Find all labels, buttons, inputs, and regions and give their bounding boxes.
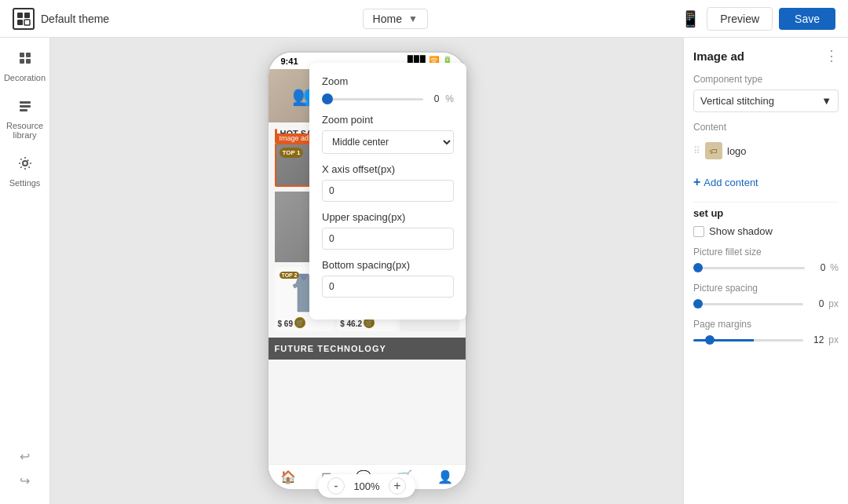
topbar-left: Default theme	[13, 8, 109, 30]
nav-user-icon[interactable]: 👤	[437, 469, 453, 484]
spacing-value: 0	[808, 298, 824, 309]
content-item-logo: ⠿ 🏷 logo	[693, 139, 839, 163]
image-ad-label: Image ad	[275, 133, 314, 143]
spacing-slider-row: 0 px	[693, 298, 839, 309]
svg-rect-7	[26, 59, 31, 64]
divider-1	[693, 202, 839, 203]
show-shadow-row: Show shadow	[693, 225, 839, 237]
svg-rect-0	[17, 13, 23, 18]
resource-label: Resource library	[6, 121, 44, 140]
svg-rect-6	[20, 59, 24, 64]
add-content-label: Add content	[704, 177, 758, 188]
nav-chevron-icon: ▼	[408, 13, 418, 24]
fillet-value: 0	[810, 262, 825, 273]
mobile-icon: 📱	[681, 9, 700, 28]
right-panel: Image ad ⋮ Component type Vertical stitc…	[683, 38, 848, 504]
svg-point-11	[23, 161, 27, 166]
sidebar-item-decoration[interactable]: Decoration	[3, 44, 47, 89]
decoration-icon	[17, 50, 33, 70]
canvas-area: 9:41 ▊▊▊ 🛜 🔋 👥 Click ▶ 🍊	[50, 38, 683, 504]
component-type-select[interactable]: Vertical stitching ▼	[693, 89, 839, 112]
zoom-bar: - 100% +	[318, 474, 415, 498]
nav-selector[interactable]: Home ▼	[363, 9, 428, 29]
zoom-slider[interactable]	[322, 98, 423, 100]
zoom-point-label: Zoom point	[322, 114, 454, 126]
fillet-label: Picture fillet size	[693, 247, 839, 257]
sidebar-bottom: ↩ ↪	[16, 446, 33, 498]
nav-label: Home	[373, 13, 402, 25]
add-icon: +	[693, 175, 700, 189]
spacing-unit: px	[828, 298, 839, 309]
drag-handle-icon[interactable]: ⠿	[693, 145, 700, 156]
app-title: Default theme	[41, 13, 109, 25]
margins-value: 12	[808, 334, 824, 345]
zoom-panel: Zoom 0 % Zoom point Middle center X axis…	[309, 63, 466, 320]
bottom-spacing-label: Bottom spacing(px)	[322, 259, 454, 271]
topbar: Default theme Home ▼ 📱 Preview Save	[0, 0, 848, 38]
redo-button[interactable]: ↪	[16, 470, 33, 491]
add-content-button[interactable]: + Add content	[693, 172, 839, 192]
show-shadow-checkbox[interactable]	[693, 226, 704, 237]
decoration-label: Decoration	[4, 73, 46, 82]
future-text: FUTURE TECHNOLOGY	[275, 344, 386, 353]
component-type-chevron: ▼	[821, 95, 832, 107]
zoom-unit: %	[445, 93, 454, 104]
zoom-percent: 100%	[351, 480, 382, 492]
zoom-point-select[interactable]: Middle center	[322, 130, 454, 154]
margins-unit: px	[828, 334, 839, 345]
fillet-slider-row: 0 %	[693, 262, 839, 273]
future-section: FUTURE TECHNOLOGY	[269, 338, 466, 360]
svg-rect-5	[26, 53, 31, 57]
zoom-label: Zoom	[322, 75, 454, 87]
fillet-unit: %	[830, 262, 839, 273]
panel-title: Image ad	[693, 49, 744, 63]
product-price-1: $ 69	[278, 320, 293, 328]
svg-rect-4	[20, 53, 24, 57]
x-offset-input[interactable]	[322, 180, 454, 202]
svg-rect-10	[20, 109, 27, 111]
main-layout: Decoration Resource library Settings ↩ ↪…	[0, 38, 848, 504]
bottom-spacing-input[interactable]	[322, 276, 454, 298]
x-offset-label: X axis offset(px)	[322, 163, 454, 175]
ad-top-badge: TOP 1	[280, 148, 304, 158]
preview-button[interactable]: Preview	[707, 7, 773, 31]
zoom-value: 0	[429, 93, 439, 104]
panel-more-icon[interactable]: ⋮	[824, 47, 839, 64]
page-margins-label: Page margins	[693, 319, 839, 330]
svg-rect-8	[20, 101, 31, 104]
resource-icon	[17, 98, 33, 118]
undo-button[interactable]: ↩	[16, 446, 33, 467]
content-section: Content ⠿ 🏷 logo	[693, 122, 839, 163]
component-type-label: Component type	[693, 74, 839, 85]
margins-slider[interactable]	[693, 339, 803, 341]
spacing-label: Picture spacing	[693, 283, 839, 294]
topbar-right: 📱 Preview Save	[681, 7, 835, 31]
sidebar-item-settings[interactable]: Settings	[3, 149, 47, 194]
settings-icon	[17, 155, 33, 175]
show-shadow-label: Show shadow	[709, 225, 773, 237]
spacing-slider[interactable]	[693, 303, 803, 305]
setup-label: set up	[693, 207, 839, 219]
svg-rect-3	[24, 20, 30, 25]
product-price-2: $ 46.2	[340, 320, 362, 328]
nav-home-icon[interactable]: 🏠	[280, 469, 296, 484]
content-label: Content	[693, 122, 839, 133]
svg-rect-1	[24, 13, 30, 18]
zoom-row: 0 %	[322, 93, 454, 104]
panel-header: Image ad ⋮	[693, 47, 839, 64]
component-type-value: Vertical stitching	[700, 95, 774, 107]
zoom-plus-button[interactable]: +	[389, 477, 406, 495]
svg-rect-2	[17, 20, 23, 25]
app-logo	[13, 8, 35, 30]
sidebar-item-resource[interactable]: Resource library	[3, 92, 47, 146]
status-time: 9:41	[281, 57, 298, 66]
upper-spacing-input[interactable]	[322, 228, 454, 250]
logo-name: logo	[727, 145, 747, 157]
logo-thumbnail: 🏷	[705, 142, 722, 159]
zoom-minus-button[interactable]: -	[327, 477, 345, 495]
settings-label: Settings	[9, 178, 41, 188]
fillet-slider[interactable]	[693, 267, 805, 269]
margins-slider-row: 12 px	[693, 334, 839, 345]
product-cart-1[interactable]: 🛒	[294, 317, 305, 328]
save-button[interactable]: Save	[779, 8, 835, 30]
